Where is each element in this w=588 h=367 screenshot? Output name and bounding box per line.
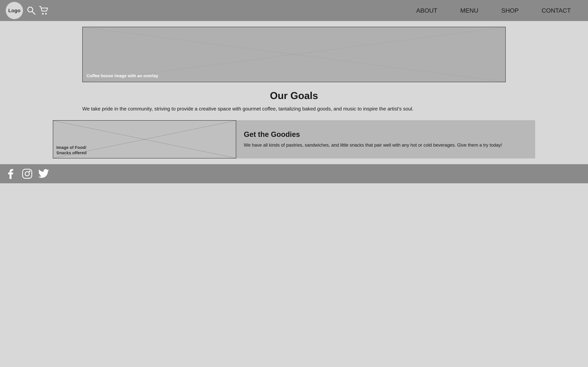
goodies-content: Get the Goodies We have all kinds of pas…: [236, 120, 510, 158]
hero-image-label: Coffee house image with an overlay: [83, 70, 162, 82]
goodies-image-label: Image of Food/Snacks offered: [53, 142, 90, 158]
cart-icon[interactable]: [39, 6, 49, 15]
hero-image: Coffee house image with an overlay: [82, 27, 506, 82]
goals-text: We take pride in the community, striving…: [82, 105, 506, 113]
nav-link-menu[interactable]: MENU: [449, 7, 490, 14]
goodies-text: We have all kinds of pastries, sandwiche…: [244, 142, 502, 149]
hero-section: Coffee house image with an overlay: [0, 21, 588, 84]
goodies-image: Image of Food/Snacks offered: [53, 120, 236, 158]
twitter-icon[interactable]: [38, 168, 49, 179]
svg-point-2: [42, 13, 44, 15]
svg-point-9: [25, 172, 29, 176]
navbar: Logo ABOUT MENU SHOP CONTACT: [0, 0, 588, 21]
svg-line-1: [32, 11, 35, 14]
svg-point-10: [29, 170, 30, 172]
goals-title: Our Goals: [82, 90, 506, 101]
nav-link-contact[interactable]: CONTACT: [530, 7, 582, 14]
logo[interactable]: Logo: [6, 2, 23, 19]
goodies-section: Image of Food/Snacks offered Get the Goo…: [53, 120, 535, 158]
goodies-title: Get the Goodies: [244, 130, 502, 139]
svg-rect-8: [23, 169, 32, 178]
goals-section: Our Goals We take pride in the community…: [0, 84, 588, 117]
nav-links: ABOUT MENU SHOP CONTACT: [405, 7, 582, 14]
footer: [0, 164, 588, 183]
svg-point-3: [45, 13, 47, 15]
nav-link-shop[interactable]: SHOP: [490, 7, 530, 14]
search-icon[interactable]: [27, 6, 36, 15]
facebook-icon[interactable]: [6, 169, 16, 179]
logo-label: Logo: [8, 8, 20, 14]
nav-link-about[interactable]: ABOUT: [405, 7, 449, 14]
nav-icons: [27, 6, 49, 15]
instagram-icon[interactable]: [22, 168, 33, 179]
